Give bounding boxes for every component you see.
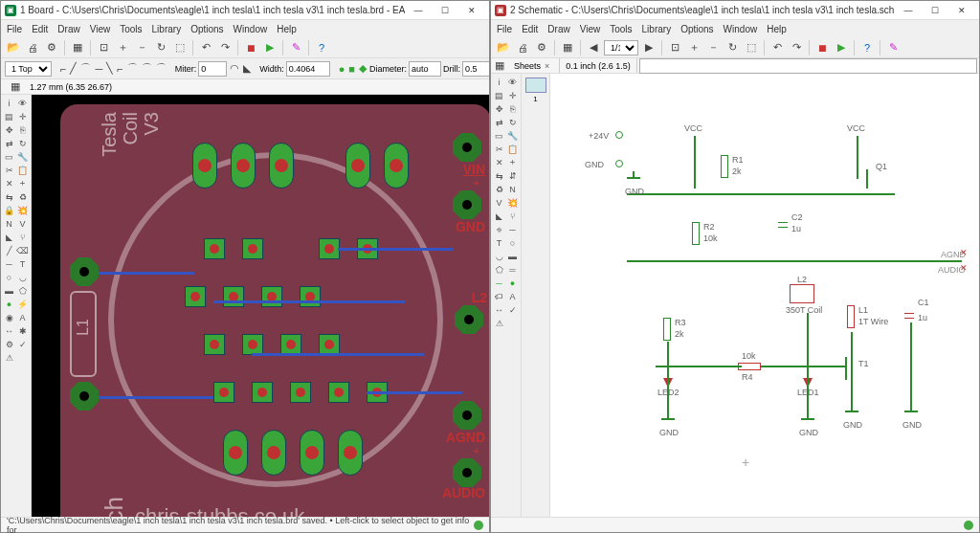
undo-icon[interactable]: ↶ (197, 39, 214, 56)
smash-tool-icon[interactable]: 💥 (16, 204, 29, 216)
menu-help[interactable]: Help (277, 24, 297, 34)
text-tool-icon[interactable]: T (16, 257, 29, 270)
bend0-icon[interactable]: ⌐ (59, 60, 67, 78)
mirror-tool-icon[interactable]: ⇄ (3, 137, 15, 149)
smash-tool-icon[interactable]: 💥 (506, 196, 519, 209)
zoom-select-icon[interactable]: ⬚ (171, 39, 189, 56)
menu-edit[interactable]: Edit (522, 24, 538, 34)
rotate-tool-icon[interactable]: ↻ (16, 137, 29, 149)
board-switch-icon[interactable]: ▦ (559, 39, 576, 56)
zoom-out-icon[interactable]: － (704, 39, 722, 56)
print-icon[interactable]: 🖨 (514, 39, 531, 56)
name-tool-icon[interactable]: N (3, 217, 15, 230)
board-canvas[interactable]: 1 Inch Tesla Coil V3 chris-stubbs.co.uk … (32, 95, 489, 517)
close-button[interactable]: ✕ (458, 2, 485, 19)
command-input[interactable] (639, 58, 977, 74)
value-tool-icon[interactable]: V (16, 217, 29, 230)
minimize-button[interactable]: — (405, 2, 432, 19)
go-icon[interactable]: ▶ (833, 39, 850, 56)
errors-tool-icon[interactable]: ⚠ (493, 317, 505, 329)
help-icon[interactable]: ? (313, 39, 330, 56)
redo-icon[interactable]: ↷ (216, 39, 234, 56)
split-tool-icon[interactable]: ⑂ (506, 210, 519, 222)
cut-tool-icon[interactable]: ✂ (493, 143, 505, 155)
rect-tool-icon[interactable]: ▬ (3, 284, 15, 297)
menu-edit[interactable]: Edit (32, 24, 48, 34)
change-tool-icon[interactable]: 🔧 (506, 129, 519, 142)
bend2-icon[interactable]: ⌒ (79, 60, 92, 78)
menu-tools[interactable]: Tools (610, 24, 632, 34)
change-tool-icon[interactable]: 🔧 (16, 150, 29, 163)
close-button[interactable]: ✕ (948, 2, 975, 19)
bend1-icon[interactable]: ╱ (69, 60, 78, 78)
lock-tool-icon[interactable]: 🔒 (3, 204, 15, 216)
value-tool-icon[interactable]: V (493, 196, 505, 209)
maximize-button[interactable]: ☐ (922, 2, 948, 19)
help-icon[interactable]: ? (858, 39, 876, 56)
miter-tool-icon[interactable]: ◣ (3, 231, 15, 243)
display-tool-icon[interactable]: ▤ (493, 89, 505, 101)
junction-tool-icon[interactable]: ● (506, 277, 519, 289)
display-tool-icon[interactable]: ▤ (3, 110, 15, 122)
cam-icon[interactable]: ⚙ (533, 39, 550, 56)
circle-tool-icon[interactable]: ○ (3, 271, 15, 283)
bend7-icon[interactable]: ⌒ (141, 60, 153, 78)
polygon-tool-icon[interactable]: ⬠ (16, 284, 29, 297)
pinswap-tool-icon[interactable]: ⇆ (3, 190, 15, 203)
sheet-thumbnail[interactable] (525, 78, 546, 93)
menu-help[interactable]: Help (767, 24, 787, 34)
undo-icon[interactable]: ↶ (768, 39, 786, 56)
dimension-tool-icon[interactable]: ↔ (3, 324, 15, 337)
show-tool-icon[interactable]: 👁 (16, 97, 29, 109)
add-tool-icon[interactable]: ＋ (16, 177, 29, 189)
mark-tool-icon[interactable]: ✛ (506, 89, 519, 101)
show-tool-icon[interactable]: 👁 (506, 76, 519, 88)
bus-tool-icon[interactable]: ═ (506, 263, 519, 276)
pinswap-tool-icon[interactable]: ⇆ (493, 169, 505, 182)
menu-tools[interactable]: Tools (120, 24, 142, 34)
polygon-tool-icon[interactable]: ⬠ (493, 263, 505, 276)
open-icon[interactable]: 📂 (495, 39, 512, 56)
ratsnest-tool-icon[interactable]: ✱ (16, 324, 29, 337)
miter-tool-icon[interactable]: ◣ (493, 210, 505, 222)
bend5-icon[interactable]: ⌐ (116, 60, 123, 78)
erc-tool-icon[interactable]: ✓ (16, 338, 29, 350)
bend4-icon[interactable]: ╲ (105, 60, 114, 78)
script-icon[interactable]: ✎ (884, 39, 902, 56)
menu-options[interactable]: Options (680, 24, 713, 34)
schematic-switch-icon[interactable]: ▦ (69, 39, 86, 56)
miter-input[interactable] (198, 61, 227, 77)
zoom-select-icon[interactable]: ⬚ (743, 39, 760, 56)
via-square-icon[interactable]: ■ (347, 60, 356, 78)
dimension-tool-icon[interactable]: ↔ (493, 303, 505, 316)
replace-tool-icon[interactable]: ♻ (493, 183, 505, 195)
bend6-icon[interactable]: ⌒ (126, 60, 139, 78)
arc-tool-icon[interactable]: ◡ (493, 250, 505, 262)
copy-tool-icon[interactable]: ⎘ (506, 102, 519, 115)
redo-icon[interactable]: ↷ (788, 39, 805, 56)
sheets-tab[interactable]: Sheets× (508, 58, 560, 73)
copy-tool-icon[interactable]: ⎘ (16, 123, 29, 136)
zoom-redraw-icon[interactable]: ↻ (724, 39, 741, 56)
script-icon[interactable]: ✎ (287, 39, 304, 56)
hole-tool-icon[interactable]: ◉ (3, 311, 15, 323)
wire-tool-icon[interactable]: ─ (3, 257, 15, 270)
add-tool-icon[interactable]: ＋ (506, 156, 519, 168)
auto-tool-icon[interactable]: ⚙ (3, 338, 15, 350)
attribute-tool-icon[interactable]: A (16, 311, 29, 323)
invoke-tool-icon[interactable]: ⎆ (493, 223, 505, 235)
erc-tool-icon[interactable]: ✓ (506, 303, 519, 316)
schematic-titlebar[interactable]: ▣ 2 Schematic - C:\Users\Chris\Documents… (491, 1, 979, 20)
board-titlebar[interactable]: ▣ 1 Board - C:\Users\Chris\Documents\eag… (1, 1, 489, 20)
cam-icon[interactable]: ⚙ (43, 39, 60, 56)
split-tool-icon[interactable]: ⑂ (16, 231, 29, 243)
via-tool-icon[interactable]: ● (3, 298, 15, 310)
rotate-tool-icon[interactable]: ↻ (506, 116, 519, 128)
arc-tool-icon[interactable]: ◡ (16, 271, 29, 283)
menu-draw[interactable]: Draw (547, 24, 569, 34)
delete-tool-icon[interactable]: ✕ (493, 156, 505, 168)
info-tool-icon[interactable]: i (3, 97, 15, 109)
ripup-tool-icon[interactable]: ⌫ (16, 244, 29, 256)
menu-window[interactable]: Window (234, 24, 268, 34)
menu-file[interactable]: File (7, 24, 22, 34)
